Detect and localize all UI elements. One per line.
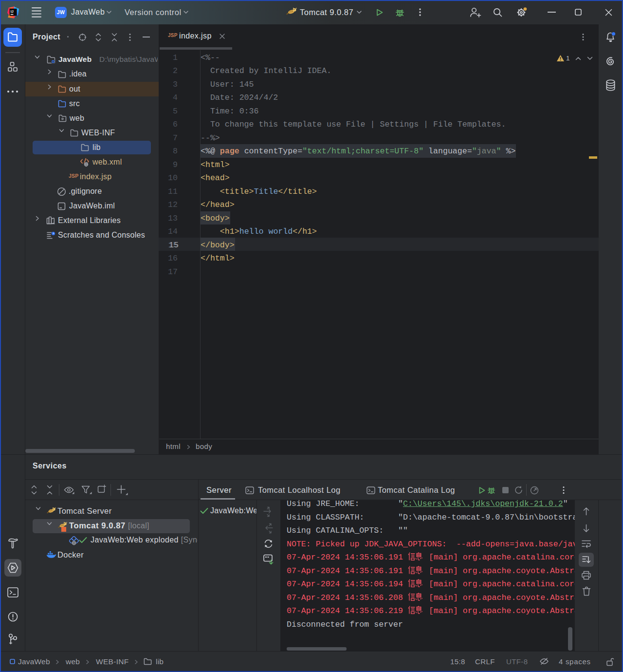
svg-text:IJ: IJ xyxy=(11,10,14,13)
